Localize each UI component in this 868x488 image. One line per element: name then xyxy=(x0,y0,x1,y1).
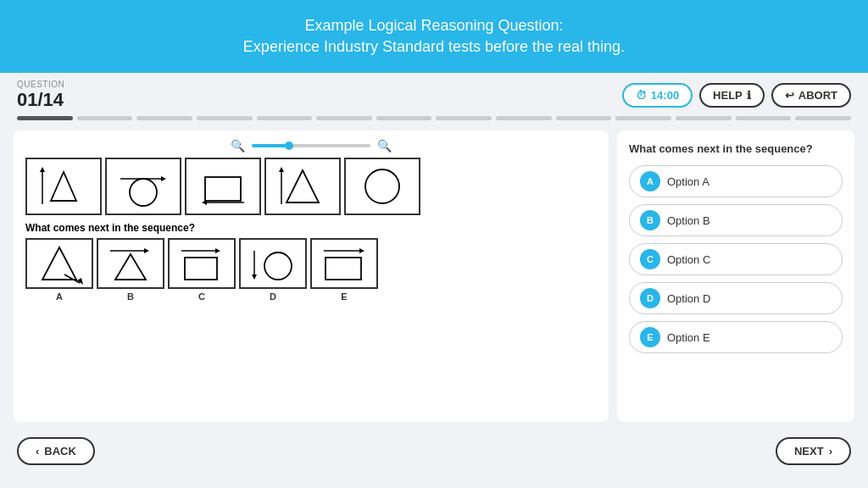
option-row-b[interactable]: B Option B xyxy=(629,204,843,236)
abort-icon: ↩ xyxy=(785,89,794,102)
ans-img-a xyxy=(25,238,93,289)
progress-segment-12 xyxy=(676,116,732,120)
question-info: QUESTION 01/14 xyxy=(17,80,64,111)
progress-segment-7 xyxy=(376,116,432,120)
progress-segment-10 xyxy=(556,116,612,120)
svg-marker-15 xyxy=(77,278,83,285)
progress-segment-13 xyxy=(736,116,792,120)
svg-point-24 xyxy=(264,252,292,280)
seq-box-3 xyxy=(185,158,261,215)
ans-box-e: E xyxy=(310,238,378,302)
option-text-e: Option E xyxy=(667,331,710,344)
option-row-c[interactable]: C Option C xyxy=(629,243,843,275)
option-row-e[interactable]: E Option E xyxy=(629,321,843,353)
zoom-in-icon: 🔍 xyxy=(377,139,392,152)
progress-segment-2 xyxy=(77,116,133,120)
main-content: 🔍 🔍 xyxy=(0,124,868,429)
option-row-a[interactable]: A Option A xyxy=(629,165,843,197)
option-badge-e: E xyxy=(640,327,660,347)
next-button[interactable]: NEXT › xyxy=(776,437,851,465)
svg-rect-27 xyxy=(326,258,361,280)
option-text-a: Option A xyxy=(667,175,709,188)
right-panel: What comes next in the sequence? A Optio… xyxy=(617,130,854,422)
ans-img-b xyxy=(97,238,164,289)
ans-letter-d: D xyxy=(270,291,276,302)
back-button[interactable]: ‹ BACK xyxy=(17,437,95,465)
progress-segment-3 xyxy=(136,116,192,120)
svg-marker-4 xyxy=(161,176,166,181)
progress-segment-1 xyxy=(17,116,73,120)
ans-img-c xyxy=(168,238,236,289)
svg-rect-21 xyxy=(185,258,217,280)
svg-marker-23 xyxy=(252,274,257,280)
zoom-controls: 🔍 🔍 xyxy=(25,139,597,152)
option-badge-c: C xyxy=(640,249,660,269)
option-row-d[interactable]: D Option D xyxy=(629,282,843,314)
seq-box-4 xyxy=(264,158,341,215)
zoom-handle[interactable] xyxy=(285,141,293,150)
option-text-d: Option D xyxy=(667,292,710,305)
ans-box-a: A xyxy=(25,238,93,302)
question-actions: ⏱ 14:00 HELP ℹ ↩ ABORT xyxy=(622,83,851,108)
question-label: QUESTION xyxy=(17,80,64,89)
help-button[interactable]: HELP ℹ xyxy=(699,83,765,108)
progress-segment-4 xyxy=(197,116,253,120)
abort-button[interactable]: ↩ ABORT xyxy=(771,83,851,108)
timer-button[interactable]: ⏱ 14:00 xyxy=(622,83,693,108)
right-question: What comes next in the sequence? xyxy=(629,142,843,155)
next-icon: › xyxy=(829,445,832,458)
zoom-slider[interactable] xyxy=(252,144,370,147)
seq-box-5 xyxy=(344,158,420,215)
progress-segment-11 xyxy=(615,116,671,120)
left-panel: 🔍 🔍 xyxy=(14,130,609,422)
progress-segment-5 xyxy=(257,116,313,120)
footer: ‹ BACK NEXT › xyxy=(0,429,868,474)
ans-letter-a: A xyxy=(56,291,63,302)
ans-letter-c: C xyxy=(198,291,205,302)
option-badge-b: B xyxy=(640,210,660,230)
svg-marker-18 xyxy=(115,254,146,280)
ans-letter-b: B xyxy=(127,291,134,302)
svg-marker-2 xyxy=(51,172,76,201)
ans-box-d: D xyxy=(239,238,307,302)
svg-line-14 xyxy=(64,274,80,283)
clock-icon: ⏱ xyxy=(636,89,647,102)
progress-segment-6 xyxy=(316,116,372,120)
progress-segment-14 xyxy=(795,116,851,120)
svg-point-5 xyxy=(130,179,157,206)
ans-img-e xyxy=(310,238,378,289)
option-text-c: Option C xyxy=(667,253,710,266)
header-title: Example Logical Reasoning Question: Expe… xyxy=(17,15,851,58)
svg-marker-8 xyxy=(202,200,207,205)
info-icon: ℹ xyxy=(747,89,751,102)
option-badge-a: A xyxy=(640,171,660,191)
answer-options-row: A B xyxy=(25,238,597,302)
ans-box-b: B xyxy=(97,238,164,302)
svg-marker-17 xyxy=(144,248,149,253)
header: Example Logical Reasoning Question: Expe… xyxy=(0,0,868,73)
option-text-b: Option B xyxy=(667,214,710,227)
ans-letter-e: E xyxy=(341,291,347,302)
svg-rect-6 xyxy=(205,177,241,201)
back-icon: ‹ xyxy=(36,445,39,458)
answer-label: What comes next in the sequence? xyxy=(25,222,597,234)
svg-marker-1 xyxy=(40,167,45,172)
option-badge-d: D xyxy=(640,288,660,308)
svg-point-12 xyxy=(365,169,399,203)
seq-box-1 xyxy=(25,158,102,215)
progress-segment-8 xyxy=(436,116,492,120)
svg-marker-11 xyxy=(287,170,319,202)
zoom-out-icon: 🔍 xyxy=(231,139,245,152)
question-bar: QUESTION 01/14 ⏱ 14:00 HELP ℹ ↩ ABORT xyxy=(0,73,868,111)
question-number: 01/14 xyxy=(17,89,64,111)
progress-segment-9 xyxy=(496,116,552,120)
svg-marker-10 xyxy=(279,167,284,172)
progress-bar xyxy=(0,111,868,124)
svg-marker-20 xyxy=(215,248,220,253)
ans-img-d xyxy=(239,238,307,289)
svg-marker-13 xyxy=(42,247,76,280)
ans-box-c: C xyxy=(168,238,236,302)
seq-box-2 xyxy=(105,158,181,215)
sequence-row xyxy=(25,158,597,215)
svg-marker-26 xyxy=(359,248,364,253)
